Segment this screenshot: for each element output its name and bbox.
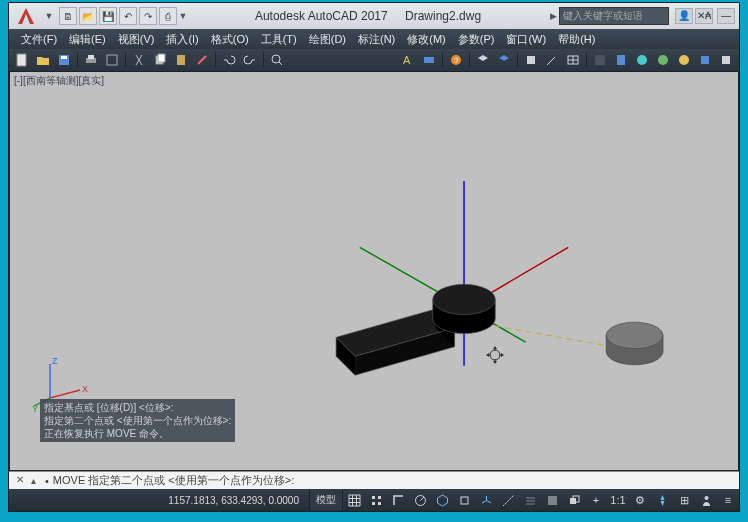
status-polar[interactable]	[409, 490, 431, 510]
menu-help[interactable]: 帮助(H)	[552, 32, 601, 47]
menu-file[interactable]: 文件(F)	[15, 32, 63, 47]
status-grid[interactable]	[343, 490, 365, 510]
menu-insert[interactable]: 插入(I)	[160, 32, 204, 47]
tool-markup[interactable]	[716, 50, 736, 70]
model-tab[interactable]: 模型	[309, 490, 343, 510]
status-person-icon[interactable]	[695, 490, 717, 510]
tool-palette-green[interactable]	[653, 50, 673, 70]
status-isodraft[interactable]	[431, 490, 453, 510]
solid-cylinder-moving	[433, 284, 496, 333]
ucs-z-label: Z	[52, 356, 58, 366]
qat-undo[interactable]: ↶	[119, 7, 137, 25]
qat-save[interactable]: 💾	[99, 7, 117, 25]
status-osnap[interactable]	[453, 490, 475, 510]
svg-point-46	[704, 496, 708, 500]
tool-standard[interactable]	[419, 50, 439, 70]
svg-rect-0	[17, 54, 26, 66]
tool-new[interactable]	[12, 50, 32, 70]
menu-view[interactable]: 视图(V)	[112, 32, 161, 47]
search-chevron[interactable]: ▶	[547, 7, 559, 25]
status-ortho[interactable]	[387, 490, 409, 510]
qat-open[interactable]: 📂	[79, 7, 97, 25]
status-annomonitor[interactable]: +	[585, 490, 607, 510]
tool-open[interactable]	[33, 50, 53, 70]
status-snap[interactable]	[365, 490, 387, 510]
qat-new[interactable]: 🗎	[59, 7, 77, 25]
tool-print[interactable]	[81, 50, 101, 70]
svg-rect-4	[88, 55, 94, 59]
status-workspace[interactable]: ⊞	[673, 490, 695, 510]
cmdline-close-icon[interactable]: ✕	[13, 474, 27, 488]
tool-match[interactable]	[192, 50, 212, 70]
svg-text:?: ?	[454, 56, 459, 65]
quick-access-toolbar: 🗎 📂 💾 ↶ ↷ ⎙	[59, 7, 177, 25]
status-lwt[interactable]	[519, 490, 541, 510]
app-menu-chevron[interactable]: ▼	[43, 7, 55, 25]
tool-table[interactable]	[563, 50, 583, 70]
menu-parametric[interactable]: 参数(P)	[452, 32, 501, 47]
status-customize[interactable]: ≡	[717, 490, 739, 510]
status-annoscale[interactable]	[651, 490, 673, 510]
cmdline-prompt-text[interactable]: MOVE 指定第二个点或 <使用第一个点作为位移>:	[51, 473, 739, 488]
file-name-text: Drawing2.dwg	[405, 9, 481, 23]
cmdline-history-icon[interactable]: ▴	[31, 475, 43, 486]
tool-zoom[interactable]	[267, 50, 287, 70]
tool-paste[interactable]	[171, 50, 191, 70]
tool-palette-cyan[interactable]	[632, 50, 652, 70]
tool-palette-blue[interactable]	[695, 50, 715, 70]
tool-copy[interactable]	[150, 50, 170, 70]
qat-print[interactable]: ⎙	[159, 7, 177, 25]
tool-help-orange[interactable]: ?	[446, 50, 466, 70]
tool-cut[interactable]	[129, 50, 149, 70]
svg-rect-2	[61, 56, 67, 59]
status-transparency[interactable]	[541, 490, 563, 510]
menu-window[interactable]: 窗口(W)	[500, 32, 552, 47]
menu-format[interactable]: 格式(O)	[205, 32, 255, 47]
tool-sheet[interactable]	[611, 50, 631, 70]
tool-a-label[interactable]: A	[398, 50, 418, 70]
menu-dimension[interactable]: 标注(N)	[352, 32, 401, 47]
svg-rect-8	[177, 55, 185, 65]
app-name-text: Autodesk AutoCAD 2017	[255, 9, 388, 23]
infocenter-buttons: 👤 ✕₳	[675, 8, 713, 24]
coordinates-readout[interactable]: 1157.1813, 633.4293, 0.0000	[158, 495, 309, 506]
model-viewport[interactable]: [-][西南等轴测][真实]	[9, 71, 739, 471]
svg-rect-11	[424, 57, 434, 63]
cmdhist-line1: 指定基点或 [位移(D)] <位移>:	[44, 401, 231, 414]
autocad-window: ▼ 🗎 📂 💾 ↶ ↷ ⎙ ▼ Autodesk AutoCAD 2017 Dr…	[8, 2, 740, 512]
menu-tools[interactable]: 工具(T)	[255, 32, 303, 47]
exchange-button[interactable]: ✕₳	[695, 8, 713, 24]
tool-block[interactable]	[521, 50, 541, 70]
status-otrack[interactable]	[497, 490, 519, 510]
command-line[interactable]: ✕ ▴ • MOVE 指定第二个点或 <使用第一个点作为位移>:	[9, 471, 739, 489]
status-gear-icon[interactable]: ⚙	[629, 490, 651, 510]
svg-rect-37	[372, 496, 375, 499]
status-bar: 1157.1813, 633.4293, 0.0000 模型 + 1:1 ⚙ ⊞…	[9, 489, 739, 511]
app-logo[interactable]	[9, 3, 43, 29]
tool-undo[interactable]	[219, 50, 239, 70]
main-toolbar: A ?	[9, 49, 739, 71]
cmdline-bullet: •	[43, 475, 51, 487]
tool-leader[interactable]	[542, 50, 562, 70]
tool-save[interactable]	[54, 50, 74, 70]
svg-point-29	[433, 284, 496, 314]
tool-properties[interactable]	[590, 50, 610, 70]
qat-redo[interactable]: ↷	[139, 7, 157, 25]
menu-draw[interactable]: 绘图(D)	[303, 32, 352, 47]
signin-button[interactable]: 👤	[675, 8, 693, 24]
status-3dosnap[interactable]	[475, 490, 497, 510]
tool-layer-prev[interactable]	[494, 50, 514, 70]
tool-palette-yellow[interactable]	[674, 50, 694, 70]
tool-preview[interactable]	[102, 50, 122, 70]
menu-modify[interactable]: 修改(M)	[401, 32, 452, 47]
qat-chevron[interactable]: ▼	[177, 7, 189, 25]
ucs-y-label: Y	[32, 404, 38, 414]
svg-rect-14	[527, 56, 535, 64]
minimize-button[interactable]: —	[717, 8, 735, 24]
tool-layers[interactable]	[473, 50, 493, 70]
menu-edit[interactable]: 编辑(E)	[63, 32, 112, 47]
status-cycling[interactable]	[563, 490, 585, 510]
status-scale[interactable]: 1:1	[607, 490, 629, 510]
tool-redo[interactable]	[240, 50, 260, 70]
search-input[interactable]: 键入关键字或短语	[559, 7, 669, 25]
